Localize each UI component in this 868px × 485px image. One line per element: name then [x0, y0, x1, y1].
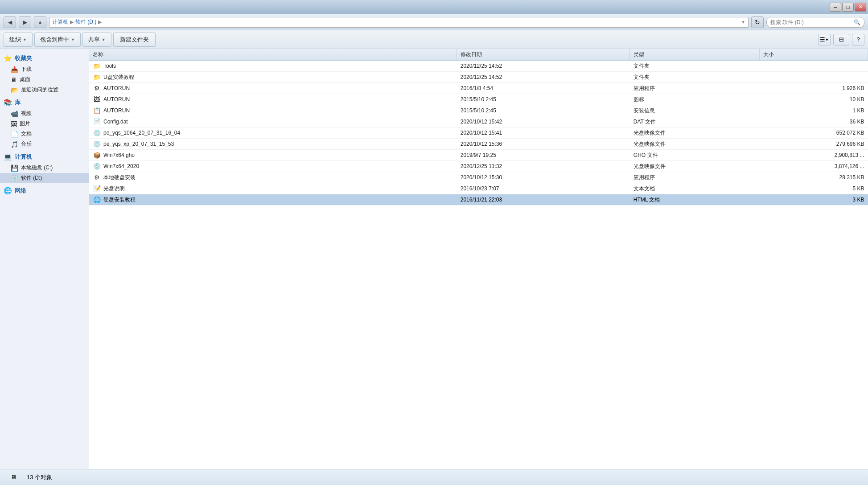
table-row[interactable]: 📦Win7x64.gho2019/9/7 19:25GHO 文件2,900,81… — [89, 150, 868, 161]
file-size-cell: 3 KB — [760, 194, 868, 206]
documents-label: 文档 — [21, 130, 32, 138]
table-row[interactable]: 💿pe_yqs_1064_20_07_31_16_042020/10/12 15… — [89, 127, 868, 139]
sidebar-item-drive-d[interactable]: 💿 软件 (D:) — [0, 173, 89, 183]
organize-arrow: ▼ — [23, 37, 27, 42]
organize-label: 组织 — [9, 36, 21, 44]
table-row[interactable]: 📁Tools2020/12/25 14:52文件夹 — [89, 61, 868, 72]
file-modified-cell: 2016/1/8 4:54 — [457, 83, 630, 94]
file-icon-ico: 🖼 — [93, 95, 101, 103]
file-name-cell: 🖼AUTORUN — [89, 94, 457, 105]
file-size-cell: 10 KB — [760, 94, 868, 105]
downloads-label: 下载 — [21, 66, 32, 73]
images-label: 图片 — [20, 120, 30, 127]
file-icon-txt: 📝 — [93, 185, 101, 193]
col-header-modified[interactable]: 修改日期 — [457, 49, 630, 61]
maximize-button[interactable]: □ — [842, 3, 854, 12]
file-type-cell: 光盘映像文件 — [630, 139, 760, 150]
sidebar-item-drive-c[interactable]: 💾 本地磁盘 (C:) — [0, 163, 89, 173]
view-icon: ☰ — [820, 36, 825, 43]
sidebar-item-desktop[interactable]: 🖥 桌面 — [0, 74, 89, 85]
refresh-button[interactable]: ↻ — [751, 16, 764, 28]
minimize-button[interactable]: ─ — [830, 3, 841, 12]
file-icon-gho: 📦 — [93, 151, 101, 159]
computer-icon: 💻 — [4, 153, 12, 161]
recent-icon: 📂 — [11, 86, 18, 94]
sidebar-item-videos[interactable]: 📹 视频 — [0, 108, 89, 119]
file-type-cell: 文本文档 — [630, 183, 760, 194]
file-name-cell: ⚙AUTORUN — [89, 83, 457, 94]
file-modified-cell: 2020/12/25 11:32 — [457, 161, 630, 172]
new-folder-button[interactable]: 新建文件夹 — [113, 33, 156, 47]
drive-d-label: 软件 (D:) — [21, 174, 42, 182]
network-label: 网络 — [15, 187, 26, 195]
file-size-cell — [760, 61, 868, 72]
library-label: 库 — [15, 99, 21, 107]
breadcrumb-dropdown[interactable]: ▼ — [741, 20, 745, 25]
table-row[interactable]: 📝光盘说明2016/10/23 7:07文本文档5 KB — [89, 183, 868, 194]
file-icon-iso: 💿 — [93, 140, 101, 148]
sidebar-item-downloads[interactable]: 📥 下载 — [0, 64, 89, 74]
file-type-cell: HTML 文档 — [630, 194, 760, 206]
table-row[interactable]: ⚙本地硬盘安装2020/10/12 15:30应用程序28,315 KB — [89, 172, 868, 183]
file-list[interactable]: 名称 修改日期 类型 大小 📁Tools2020/12/25 14:52文件夹📁… — [89, 49, 868, 469]
table-row[interactable]: 📁U盘安装教程2020/12/25 14:52文件夹 — [89, 72, 868, 83]
breadcrumb-computer[interactable]: 计算机 — [52, 18, 68, 26]
file-name-cell: 📄Config.dat — [89, 116, 457, 127]
sidebar-item-recent[interactable]: 📂 最近访问的位置 — [0, 85, 89, 95]
file-icon-exe: ⚙ — [93, 173, 101, 181]
sidebar-header-network[interactable]: 🌐 网络 — [0, 185, 89, 197]
library-icon: 📚 — [4, 99, 12, 107]
toolbar-right: ☰ ▼ ⊟ ? — [818, 34, 864, 45]
share-button[interactable]: 共享 ▼ — [82, 33, 111, 47]
close-button[interactable]: ✕ — [855, 3, 866, 12]
file-size-cell — [760, 72, 868, 83]
table-row[interactable]: 📄Config.dat2020/10/12 15:42DAT 文件36 KB — [89, 116, 868, 127]
favorites-icon: ⭐ — [4, 54, 12, 62]
sidebar-item-images[interactable]: 🖼 图片 — [0, 119, 89, 129]
sidebar-header-favorites[interactable]: ⭐ 收藏夹 — [0, 53, 89, 64]
sidebar-header-library[interactable]: 📚 库 — [0, 97, 89, 108]
organize-button[interactable]: 组织 ▼ — [4, 33, 33, 47]
file-name-cell: 📦Win7x64.gho — [89, 150, 457, 161]
details-view-button[interactable]: ⊟ — [833, 34, 849, 45]
up-button[interactable]: ▲ — [34, 16, 46, 28]
back-button[interactable]: ◀ — [4, 16, 16, 28]
file-icon-exe: ⚙ — [93, 84, 101, 92]
breadcrumb-drive-d[interactable]: 软件 (D:) — [75, 18, 96, 26]
col-header-name[interactable]: 名称 — [89, 49, 457, 61]
sidebar: ⭐ 收藏夹 📥 下载 🖥 桌面 📂 最近访问的位置 📚 库 — [0, 49, 89, 469]
sidebar-section-computer: 💻 计算机 💾 本地磁盘 (C:) 💿 软件 (D:) — [0, 151, 89, 183]
search-input[interactable] — [770, 19, 852, 25]
sidebar-item-documents[interactable]: 📄 文档 — [0, 129, 89, 139]
desktop-icon: 🖥 — [11, 76, 17, 83]
table-row[interactable]: 💿pe_yqs_xp_20_07_31_15_532020/10/12 15:3… — [89, 139, 868, 150]
table-row[interactable]: 💿Win7x64_20202020/12/25 11:32光盘映像文件3,874… — [89, 161, 868, 172]
table-row[interactable]: 🖼AUTORUN2015/5/10 2:45图标10 KB — [89, 94, 868, 105]
file-modified-cell: 2016/11/21 22:03 — [457, 194, 630, 206]
file-name-cell: 📁Tools — [89, 61, 457, 72]
col-header-size[interactable]: 大小 — [760, 49, 868, 61]
sidebar-item-music[interactable]: 🎵 音乐 — [0, 139, 89, 149]
file-modified-cell: 2016/10/23 7:07 — [457, 183, 630, 194]
sidebar-header-computer[interactable]: 💻 计算机 — [0, 151, 89, 163]
col-header-type[interactable]: 类型 — [630, 49, 760, 61]
table-row[interactable]: 🌐硬盘安装教程2016/11/21 22:03HTML 文档3 KB — [89, 194, 868, 206]
file-size-cell: 1 KB — [760, 105, 868, 116]
help-button[interactable]: ? — [852, 34, 864, 45]
status-icon: 🖥 — [5, 469, 21, 485]
file-type-cell: 图标 — [630, 94, 760, 105]
table-row[interactable]: ⚙AUTORUN2016/1/8 4:54应用程序1,926 KB — [89, 83, 868, 94]
images-icon: 🖼 — [11, 120, 17, 127]
file-name-cell: 📋AUTORUN — [89, 105, 457, 116]
table-row[interactable]: 📋AUTORUN2015/5/10 2:45安装信息1 KB — [89, 105, 868, 116]
window-controls: ─ □ ✕ — [830, 3, 866, 12]
view-toggle-button[interactable]: ☰ ▼ — [818, 34, 831, 45]
search-box[interactable]: 🔍 — [766, 17, 864, 28]
file-name-cell: ⚙本地硬盘安装 — [89, 172, 457, 183]
breadcrumb: 计算机 ▶ 软件 (D:) ▶ ▼ — [49, 17, 749, 28]
new-folder-label: 新建文件夹 — [120, 36, 149, 44]
file-type-cell: 文件夹 — [630, 61, 760, 72]
forward-button[interactable]: ▶ — [19, 16, 31, 28]
include-label: 包含到库中 — [40, 36, 69, 44]
include-library-button[interactable]: 包含到库中 ▼ — [34, 33, 81, 47]
